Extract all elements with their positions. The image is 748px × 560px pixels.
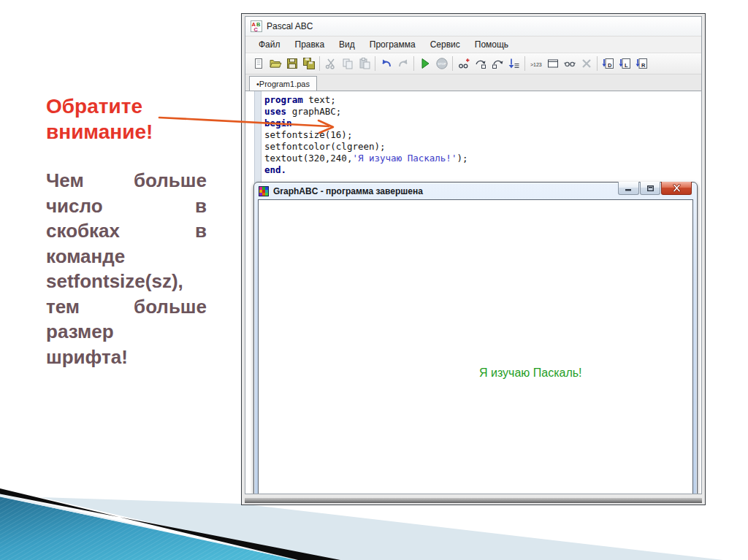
caption-buttons — [617, 182, 692, 195]
menu-item[interactable]: Сервис — [423, 39, 468, 50]
graph-output-text: Я изучаю Паскаль! — [479, 367, 582, 380]
step-out-button[interactable] — [489, 55, 505, 72]
new-file-button[interactable] — [250, 55, 267, 72]
undo-button[interactable] — [378, 55, 394, 72]
code-editor[interactable]: program text;uses graphABC;beginsetfonts… — [245, 91, 701, 494]
tab-label: •Program1.pas — [256, 80, 310, 88]
close-file-button[interactable] — [578, 55, 595, 72]
graphabc-canvas[interactable]: Я изучаю Паскаль! — [258, 199, 693, 494]
run-button[interactable] — [416, 55, 433, 72]
save-all-button[interactable] — [300, 55, 317, 72]
code-text: program text;uses graphABC;beginsetfonts… — [264, 94, 468, 176]
note-text: Чем больше число в скобках в команде set… — [46, 168, 207, 369]
note-line: Чем больше — [46, 168, 207, 193]
pascal-abc-window-frame: A B C Pascal ABC ФайлПравкаВидПрограммаС… — [245, 16, 702, 494]
redo-button[interactable] — [394, 55, 411, 72]
goto-line-button[interactable] — [505, 55, 522, 72]
toolbar-separator — [524, 56, 525, 71]
minimize-icon — [625, 185, 633, 191]
int-format-button[interactable]: >123 — [527, 55, 544, 72]
expression-watch-button[interactable] — [561, 55, 578, 72]
slide-heading: Обратите внимание! — [46, 93, 153, 145]
trace-button[interactable] — [455, 55, 472, 72]
pascal-titlebar[interactable]: A B C Pascal ABC — [245, 17, 701, 37]
svg-text:D: D — [608, 62, 612, 69]
copy-button[interactable] — [339, 55, 356, 72]
close-icon — [672, 184, 682, 192]
output-r-button[interactable]: R — [633, 55, 650, 72]
step-over-button[interactable] — [472, 55, 489, 72]
graphabc-window: GraphABC - программа завершена — [253, 182, 698, 494]
menu-item[interactable]: Программа — [362, 39, 423, 50]
svg-text:R: R — [641, 62, 646, 69]
note-line: размер — [46, 319, 207, 345]
cut-button[interactable] — [322, 55, 339, 72]
menu-item[interactable]: Вид — [332, 39, 362, 50]
code-line: setfontsize(16); — [264, 129, 468, 141]
minimize-button[interactable] — [618, 182, 639, 195]
slide-heading-line1: Обратите — [46, 93, 153, 119]
note-line: setfontsize(sz), — [46, 269, 207, 294]
note-line: команде — [46, 244, 207, 269]
paste-button[interactable] — [356, 55, 373, 72]
svg-text:L: L — [625, 62, 628, 69]
note-line: число в — [46, 193, 207, 219]
pascal-abc-logo-icon: A B C — [251, 20, 262, 32]
note-line: скобках в — [46, 218, 207, 244]
slide-heading-line2: внимание! — [46, 119, 153, 145]
pascal-abc-window: A B C Pascal ABC ФайлПравкаВидПрограммаС… — [241, 13, 706, 505]
open-file-button[interactable] — [267, 55, 283, 72]
code-line: begin — [264, 118, 468, 129]
toolbar-separator — [452, 56, 453, 71]
new-window-button[interactable] — [544, 55, 561, 72]
note-line: шрифта! — [46, 345, 207, 370]
menu-item[interactable]: Файл — [251, 39, 288, 50]
menu-item[interactable]: Помощь — [468, 39, 516, 50]
note-line: тем больше — [46, 294, 207, 320]
close-button[interactable] — [661, 182, 692, 195]
tab-bar: •Program1.pas — [245, 74, 701, 91]
restore-icon — [646, 185, 654, 192]
svg-text:STOP: STOP — [438, 62, 446, 66]
graphabc-palette-icon — [259, 186, 269, 196]
output-d-button[interactable]: D — [600, 55, 617, 72]
code-line: setfontcolor(clgreen); — [264, 141, 468, 153]
tab-program1[interactable]: •Program1.pas — [249, 76, 317, 91]
toolbar-separator — [375, 56, 375, 71]
toolbar-separator — [319, 56, 320, 71]
code-line: program text; — [264, 94, 468, 106]
toolbar-separator — [413, 56, 414, 71]
save-button[interactable] — [283, 55, 300, 72]
toolbar: STOP>123DLR — [245, 53, 701, 74]
output-l-button[interactable]: L — [617, 55, 633, 72]
menu-bar: ФайлПравкаВидПрограммаСервисПомощь — [245, 37, 701, 53]
presentation-slide: { "slide": { "heading_lines": ["Обратите… — [0, 0, 748, 560]
svg-text:>123: >123 — [530, 62, 542, 67]
code-line: uses graphABC; — [264, 106, 468, 118]
svg-text:C: C — [254, 26, 259, 32]
menu-item[interactable]: Правка — [288, 39, 332, 50]
stop-button[interactable]: STOP — [433, 55, 450, 72]
toolbar-separator — [597, 56, 598, 71]
restore-button[interactable] — [640, 182, 660, 195]
window-bottom-frame — [245, 498, 702, 503]
code-line: textout(320,240,'Я изучаю Паскаль!'); — [264, 153, 468, 164]
graphabc-window-title: GraphABC - программа завершена — [273, 186, 423, 196]
pascal-window-title: Pascal ABC — [267, 21, 313, 31]
code-line: end. — [264, 164, 468, 176]
